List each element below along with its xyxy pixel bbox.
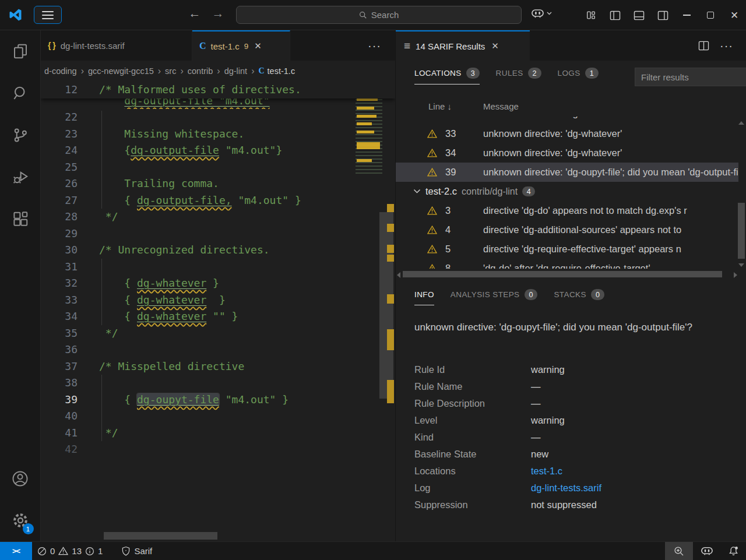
line-number: 24 xyxy=(41,142,78,159)
breadcrumb-item-contrib[interactable]: contrib xyxy=(188,66,213,76)
code-text[interactable]: { dg-whatever } xyxy=(99,277,219,289)
notifications-bell-icon[interactable] xyxy=(721,542,746,560)
code-editor[interactable]: dg-output-file "m4.out"2223 Missing whit… xyxy=(41,82,395,541)
copilot-menu-button[interactable] xyxy=(530,7,552,20)
toggle-primary-sidebar-icon[interactable] xyxy=(609,9,621,21)
breadcrumb-item-test-1.c[interactable]: Ctest-1.c xyxy=(258,66,295,76)
tab-label: STACKS xyxy=(554,290,586,299)
detail-field-row: Rule Idwarning xyxy=(414,361,741,378)
tab-dg-lint-tests-sarif[interactable]: { } dg-lint-tests.sarif xyxy=(41,30,192,61)
tab-close-icon[interactable]: ✕ xyxy=(491,41,499,51)
remote-indicator[interactable]: >< xyxy=(0,542,32,560)
editor-horizontal-scrollbar[interactable] xyxy=(104,532,217,540)
toggle-panel-icon[interactable] xyxy=(633,9,645,21)
code-text[interactable]: */ xyxy=(99,327,118,339)
editor-vertical-scrollbar[interactable] xyxy=(379,212,393,399)
group-count-badge: 4 xyxy=(522,186,535,196)
detail-field-value-link[interactable]: dg-lint-tests.sarif xyxy=(531,480,601,496)
split-editor-icon[interactable] xyxy=(698,41,709,51)
copilot-status-icon[interactable] xyxy=(693,542,721,560)
scroll-down-icon[interactable] xyxy=(738,263,744,267)
detail-tab-stacks[interactable]: STACKS0 xyxy=(554,289,604,305)
code-text[interactable]: Trailing comma. xyxy=(99,177,219,189)
column-line[interactable]: Line ↓ xyxy=(428,101,452,111)
result-row[interactable]: 3directive 'dg-do' appears not to match … xyxy=(396,201,738,220)
code-text[interactable]: /* Unrecognized directives. xyxy=(99,244,270,256)
zoom-in-icon[interactable] xyxy=(665,542,693,560)
breadcrumb-item-dg-lint[interactable]: dg-lint xyxy=(224,66,248,76)
sarif-tab-rules[interactable]: RULES2 xyxy=(496,68,541,84)
breadcrumb-item-gcc-newgit-gcc15[interactable]: gcc-newgit-gcc15 xyxy=(88,66,154,76)
line-number: 29 xyxy=(41,226,78,242)
detail-field-label: Kind xyxy=(414,429,531,446)
code-text[interactable]: */ xyxy=(99,210,118,223)
tab-sarif-results[interactable]: ≡ 14 SARIF Results ✕ xyxy=(396,30,530,61)
sarif-status-button[interactable]: Sarif xyxy=(116,542,157,560)
detail-field-label: Rule Name xyxy=(414,378,531,395)
toggle-secondary-sidebar-icon[interactable] xyxy=(657,9,668,21)
sarif-tab-logs[interactable]: LOGS1 xyxy=(558,68,599,84)
search-icon[interactable] xyxy=(0,72,41,114)
result-message: 'dg-do' after 'dg-require-effective-targ… xyxy=(483,259,738,269)
code-text[interactable]: /* Misspelled directive xyxy=(99,360,244,372)
tab-label: ANALYSIS STEPS xyxy=(451,290,520,299)
breadcrumb-item-d-coding[interactable]: d-coding xyxy=(44,66,77,76)
result-row[interactable]: 39unknown directive: 'dg-oupyt-file'; di… xyxy=(396,163,738,182)
scroll-left-icon[interactable] xyxy=(397,272,400,278)
code-text[interactable]: */ xyxy=(99,427,118,439)
column-message[interactable]: Message xyxy=(483,101,519,111)
filter-results-input[interactable] xyxy=(635,68,746,86)
results-vertical-scrollbar[interactable] xyxy=(738,117,745,280)
sarif-tab-locations[interactable]: LOCATIONS3 xyxy=(414,68,480,84)
code-text[interactable]: Missing whitespace. xyxy=(99,128,244,140)
result-row[interactable]: 5directive 'dg-require-effective-target'… xyxy=(396,240,738,259)
result-row[interactable]: 4directive 'dg-additional-sources' appea… xyxy=(396,220,738,240)
code-text[interactable]: { dg-output-file, "m4.out" } xyxy=(99,194,301,206)
source-control-icon[interactable] xyxy=(0,114,41,156)
tab-label: LOCATIONS xyxy=(414,69,462,78)
explorer-icon[interactable] xyxy=(0,30,41,72)
window-maximize-button[interactable] xyxy=(705,9,716,21)
line-number: 34 xyxy=(41,308,78,325)
detail-field-row: Levelwarning xyxy=(414,412,741,429)
tab-close-icon[interactable]: ✕ xyxy=(254,41,262,51)
result-row[interactable]: 8'dg-do' after 'dg-require-effective-tar… xyxy=(396,259,738,269)
result-row[interactable]: 34unknown directive: 'dg-whatever' xyxy=(396,143,738,163)
navigate-forward-icon[interactable]: → xyxy=(210,6,226,20)
accounts-icon[interactable] xyxy=(0,457,41,499)
result-group-row[interactable]: test-2.ccontrib/dg-lint4 xyxy=(396,182,738,201)
sticky-scroll-line[interactable]: 12/* Malformed uses of directives. xyxy=(41,82,395,98)
results-horizontal-scrollbar[interactable] xyxy=(396,269,738,280)
code-text[interactable]: {dg-output-file "m4.out"} xyxy=(99,144,282,156)
horizontal-scroll-thumb[interactable] xyxy=(403,271,722,277)
scroll-right-icon[interactable] xyxy=(734,272,737,278)
window-minimize-button[interactable] xyxy=(681,9,692,21)
detail-field-value-link[interactable]: test-1.c xyxy=(531,463,562,480)
extensions-icon[interactable] xyxy=(0,198,41,240)
code-line: 34 { dg-whatever "" } xyxy=(41,308,395,325)
code-text[interactable]: dg-output-file "m4.out" xyxy=(99,98,270,107)
result-row-partial[interactable]: unknown directive: 'dg-whatever' xyxy=(396,117,738,124)
command-center-search[interactable]: Search xyxy=(236,6,522,24)
more-actions-icon[interactable]: ··· xyxy=(720,39,733,52)
customize-layout-icon[interactable] xyxy=(585,9,597,21)
settings-gear-icon[interactable]: 1 xyxy=(0,499,41,541)
result-row[interactable]: 33unknown directive: 'dg-whatever' xyxy=(396,124,738,143)
detail-tab-info[interactable]: INFO xyxy=(414,289,434,305)
code-line: 39 { dg-oupyt-file "m4.out" } xyxy=(41,392,395,408)
tab-test-1-c[interactable]: C test-1.c 9 ✕ xyxy=(192,30,290,61)
scroll-up-icon[interactable] xyxy=(738,121,744,125)
navigate-back-icon[interactable]: ← xyxy=(186,6,203,20)
breadcrumb-item-src[interactable]: src xyxy=(165,66,176,76)
window-close-button[interactable]: ✕ xyxy=(729,9,740,21)
application-menu-button[interactable] xyxy=(34,6,62,24)
code-text[interactable]: { dg-oupyt-file "m4.out" } xyxy=(99,393,288,406)
code-text[interactable]: { dg-whatever } xyxy=(99,294,226,306)
vertical-scroll-thumb[interactable] xyxy=(738,203,745,259)
run-debug-icon[interactable] xyxy=(0,156,41,198)
code-text[interactable]: { dg-whatever "" } xyxy=(99,310,238,322)
detail-tab-analysis-steps[interactable]: ANALYSIS STEPS0 xyxy=(451,289,538,305)
code-line: 36 xyxy=(41,341,395,358)
problems-button[interactable]: 0 13 1 xyxy=(32,542,108,560)
more-editor-actions-icon[interactable]: ··· xyxy=(368,39,381,52)
